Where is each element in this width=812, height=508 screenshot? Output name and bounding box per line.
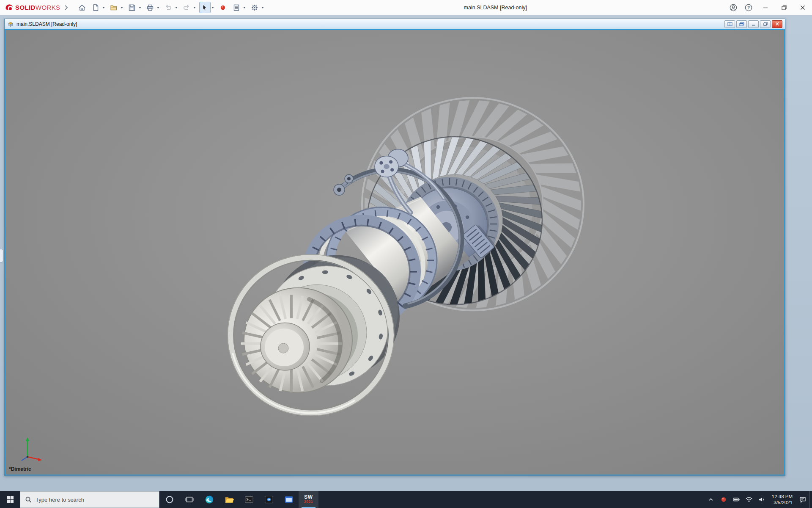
undo-button[interactable] xyxy=(163,2,174,13)
redo-dropdown-caret[interactable] xyxy=(192,2,197,13)
clock-time: 12:48 PM xyxy=(772,494,793,500)
system-tray: 12:48 PM 3/5/2021 xyxy=(705,491,812,508)
help-button[interactable]: ? xyxy=(741,0,756,15)
media-app-button[interactable] xyxy=(259,491,279,508)
solidworks-taskbar-button[interactable]: SW 2021 xyxy=(299,491,318,508)
media-app-icon xyxy=(264,494,274,505)
battery-button[interactable] xyxy=(730,491,743,508)
edge-button[interactable] xyxy=(199,491,219,508)
task-view-icon xyxy=(185,495,194,504)
mdi-workspace: main.SLDASM [Read-only] xyxy=(0,15,812,491)
minimize-icon xyxy=(752,22,756,26)
search-input[interactable] xyxy=(36,497,154,503)
clock-date: 3/5/2021 xyxy=(774,500,793,505)
network-button[interactable] xyxy=(743,491,755,508)
undo-icon xyxy=(165,4,172,11)
app-restore-button[interactable] xyxy=(775,0,793,15)
new-document-dropdown-caret[interactable] xyxy=(102,2,106,13)
battery-icon xyxy=(732,496,740,503)
task-view-button[interactable] xyxy=(179,491,199,508)
cortana-button[interactable] xyxy=(159,491,179,508)
taskbar-clock[interactable]: 12:48 PM 3/5/2021 xyxy=(768,491,796,508)
quick-access-toolbar xyxy=(77,2,265,13)
select-tool-button[interactable] xyxy=(199,2,211,13)
view-orientation-label: *Dimetric xyxy=(9,466,31,472)
resource-monitor-button[interactable] xyxy=(717,491,730,508)
cortana-icon xyxy=(165,495,174,504)
terminal-button[interactable] xyxy=(239,491,259,508)
document-minimize-button[interactable] xyxy=(748,20,759,28)
settings-dropdown-caret[interactable] xyxy=(261,2,265,13)
tile-window-icon xyxy=(727,22,732,26)
windows-start-icon xyxy=(6,496,14,503)
save-icon xyxy=(128,4,136,11)
restore-icon xyxy=(763,22,768,26)
app-minimize-button[interactable] xyxy=(756,0,775,15)
start-button[interactable] xyxy=(0,491,20,508)
toolbar-expand-chevron-icon[interactable] xyxy=(62,2,70,13)
new-document-icon xyxy=(92,4,99,11)
document-window: main.SLDASM [Read-only] xyxy=(4,19,785,476)
app-window-controls: ? xyxy=(726,0,812,15)
document-window-controls xyxy=(724,20,783,28)
solidworks-app-icon: SW 2021 xyxy=(304,495,313,504)
save-dropdown-caret[interactable] xyxy=(138,2,143,13)
app-titlebar: SOLIDWORKS xyxy=(0,0,812,15)
open-button[interactable] xyxy=(108,2,120,13)
home-button[interactable] xyxy=(77,2,88,13)
document-properties-button[interactable] xyxy=(231,2,242,13)
terminal-icon xyxy=(244,494,254,505)
app-title: main.SLDASM [Read-only] xyxy=(464,5,527,11)
volume-button[interactable] xyxy=(755,491,768,508)
taskbar-search[interactable] xyxy=(20,491,159,508)
cascade-window-icon xyxy=(739,22,744,26)
save-button[interactable] xyxy=(126,2,138,13)
orientation-triad xyxy=(15,433,45,464)
settings-button[interactable] xyxy=(249,2,261,13)
record-button[interactable] xyxy=(217,2,229,13)
feature-panel-collapse-tab[interactable] xyxy=(0,249,4,262)
hidden-icons-button[interactable] xyxy=(705,491,717,508)
redo-button[interactable] xyxy=(181,2,192,13)
brand-text-bold: SOLID xyxy=(15,4,36,11)
volume-icon xyxy=(758,496,765,503)
close-icon xyxy=(775,22,779,26)
brand-text-light: WORKS xyxy=(36,4,60,11)
restore-icon xyxy=(782,5,787,10)
record-icon xyxy=(219,4,226,11)
svg-text:?: ? xyxy=(747,6,750,10)
document-titlebar[interactable]: main.SLDASM [Read-only] xyxy=(5,19,785,29)
assembly-document-icon xyxy=(7,21,14,28)
action-center-icon xyxy=(799,496,807,503)
file-explorer-button[interactable] xyxy=(219,491,239,508)
select-tool-dropdown-caret[interactable] xyxy=(211,2,215,13)
graphics-viewport[interactable]: *Dimetric xyxy=(5,29,785,475)
tile-window-button[interactable] xyxy=(724,20,735,28)
screen: SOLIDWORKS xyxy=(0,0,812,508)
document-properties-dropdown-caret[interactable] xyxy=(242,2,247,13)
redo-icon xyxy=(183,4,190,11)
app-close-button[interactable] xyxy=(793,0,812,15)
new-document-button[interactable] xyxy=(90,2,102,13)
print-button[interactable] xyxy=(145,2,156,13)
print-dropdown-caret[interactable] xyxy=(156,2,161,13)
show-desktop-button[interactable] xyxy=(809,491,812,508)
blue-window-app-button[interactable] xyxy=(279,491,299,508)
document-close-button[interactable] xyxy=(772,20,782,28)
undo-dropdown-caret[interactable] xyxy=(174,2,179,13)
close-icon xyxy=(800,5,805,10)
document-restore-button[interactable] xyxy=(760,20,771,28)
action-center-button[interactable] xyxy=(796,491,809,508)
options-gear-icon xyxy=(251,4,258,11)
file-explorer-icon xyxy=(224,494,234,505)
taskbar: SW 2021 12:48 PM 3/5/2021 xyxy=(0,491,812,508)
open-folder-icon xyxy=(110,4,118,11)
jet-engine-3d-model[interactable] xyxy=(5,30,784,475)
help-icon: ? xyxy=(744,3,753,12)
open-dropdown-caret[interactable] xyxy=(120,2,124,13)
account-button[interactable] xyxy=(726,0,741,15)
edge-icon xyxy=(204,494,214,505)
cascade-window-button[interactable] xyxy=(736,20,747,28)
document-title: main.SLDASM [Read-only] xyxy=(16,21,77,27)
select-arrow-icon xyxy=(201,4,208,11)
